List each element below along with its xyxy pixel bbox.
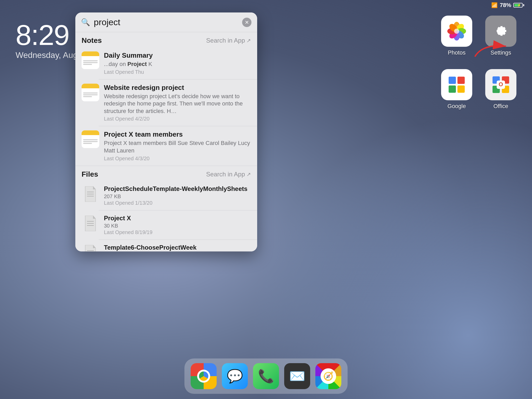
file-size-0: 207 KB [104,194,251,200]
notes-search-in-app-button[interactable]: Search in App ↗ [206,37,251,44]
note-item-2[interactable]: Project X team members Project X team me… [75,126,257,165]
note-title-0: Daily Summary [104,51,251,59]
dock: 💬 📞 ✉️ 🧭 [184,358,348,394]
icon-row-1: Photos Settings [441,16,516,56]
note-date-2: Last Opened 4/3/20 [104,156,251,162]
dock-icon-2[interactable]: 💬 [222,363,248,389]
search-icon: 🔍 [81,18,90,26]
file-size-1: 30 KB [104,223,251,229]
wifi-icon: 📶 [491,2,498,8]
files-external-link-icon: ↗ [247,171,251,177]
file-item-2[interactable]: Template6-ChooseProjectWeek 245 KB [75,240,257,251]
search-query: project [94,17,238,27]
notes-section-title: Notes [82,36,102,45]
note-icon-1 [82,84,99,101]
file-name-2: Template6-ChooseProjectWeek [104,244,251,251]
file-name-1: Project X [104,215,251,222]
battery-percentage: 78% [500,2,511,9]
note-content-1: Website redesign project Website redesig… [104,84,251,122]
battery-icon: ⚡ [513,3,524,8]
file-icon-2 [82,244,99,251]
note-icon-0 [82,51,99,69]
dock-icon-3[interactable]: 📞 [253,363,279,389]
dock-icon-4[interactable]: ✉️ [284,363,310,389]
notes-section-header: Notes Search in App ↗ [75,32,257,47]
file-name-0: ProjectScheduleTemplate-WeeklyMonthlyShe… [104,185,251,192]
office-label: Office [493,103,508,110]
photos-label: Photos [448,49,466,56]
search-clear-button[interactable]: ✕ [242,18,251,27]
file-content-1: Project X 30 KB Last Opened 8/19/19 [104,215,251,235]
google-icon [441,69,472,100]
external-link-icon: ↗ [247,37,251,44]
icon-row-2: Google O Office [441,69,516,110]
notes-search-in-app-label: Search in App [206,37,245,44]
file-icon-1 [82,215,99,232]
file-date-0: Last Opened 1/13/20 [104,200,251,206]
photos-icon [441,16,472,47]
svg-text:O: O [498,81,503,88]
file-item-0[interactable]: ProjectScheduleTemplate-WeeklyMonthlyShe… [75,181,257,210]
settings-icon [485,16,516,47]
file-item-1[interactable]: Project X 30 KB Last Opened 8/19/19 [75,210,257,240]
note-date-0: Last Opened Thu [104,69,251,75]
note-preview-1: Website redesign project Let's decide ho… [104,93,251,115]
note-content-0: Daily Summary ...day on Project K Last O… [104,51,251,75]
settings-app-icon[interactable]: Settings [485,16,516,56]
office-icon: O [485,69,516,100]
file-date-1: Last Opened 8/19/19 [104,229,251,235]
file-content-2: Template6-ChooseProjectWeek 245 KB [104,244,251,251]
note-title-1: Website redesign project [104,84,251,92]
search-panel: 🔍 project ✕ Notes Search in App ↗ [75,12,257,251]
note-date-1: Last Opened 4/2/20 [104,116,251,122]
file-icon-0 [82,185,99,203]
files-section-header: Files Search in App ↗ [75,166,257,181]
files-section-title: Files [82,170,98,178]
settings-label: Settings [490,49,511,56]
files-section: Files Search in App ↗ ProjectScheduleTem… [75,166,257,251]
files-search-in-app-label: Search in App [206,171,245,178]
search-bar: 🔍 project ✕ [75,12,257,32]
note-content-2: Project X team members Project X team me… [104,130,251,161]
note-item-0[interactable]: Daily Summary ...day on Project K Last O… [75,47,257,79]
note-icon-2 [82,130,99,148]
note-preview-2: Project X team members Bill Sue Steve Ca… [104,139,251,154]
dock-safari-icon[interactable]: 🧭 [315,363,341,389]
office-app-icon[interactable]: O Office [485,69,516,110]
svg-point-8 [454,29,459,34]
files-search-in-app-button[interactable]: Search in App ↗ [206,171,251,178]
google-app-icon[interactable]: Google [441,69,472,110]
notes-section: Notes Search in App ↗ Daily Summary ...d… [75,32,257,166]
file-content-0: ProjectScheduleTemplate-WeeklyMonthlyShe… [104,185,251,206]
note-item-1[interactable]: Website redesign project Website redesig… [75,79,257,126]
status-bar: 📶 78% ⚡ [0,0,532,10]
photos-app-icon[interactable]: Photos [441,16,472,56]
dock-chromium-icon[interactable] [191,363,217,389]
note-preview-0: ...day on Project K [104,61,251,68]
note-title-2: Project X team members [104,130,251,138]
desktop-icons: Photos Settings Goo [441,16,516,110]
google-label: Google [448,103,466,110]
close-icon: ✕ [245,19,249,25]
